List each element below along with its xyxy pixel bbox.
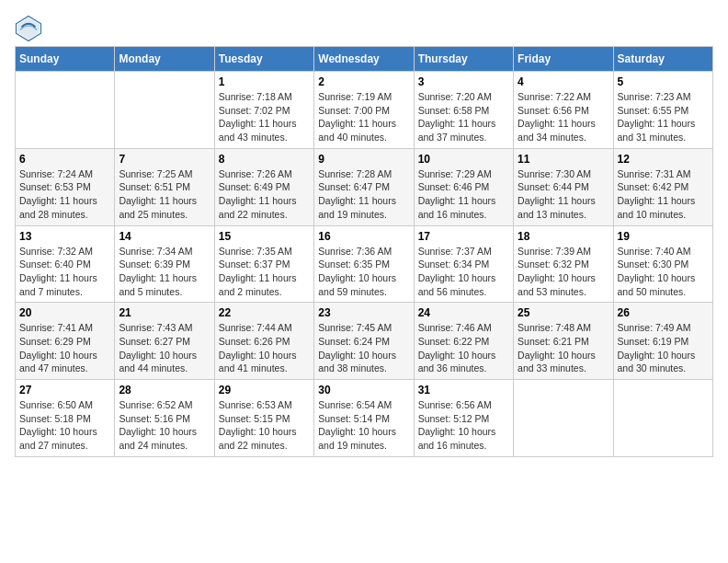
calendar-header-row: SundayMondayTuesdayWednesdayThursdayFrid…: [16, 47, 713, 72]
calendar-cell: 24Sunrise: 7:46 AM Sunset: 6:22 PM Dayli…: [414, 303, 513, 380]
day-info: Sunrise: 6:54 AM Sunset: 5:14 PM Dayligh…: [318, 398, 409, 453]
calendar-cell: [16, 72, 115, 149]
day-info: Sunrise: 7:19 AM Sunset: 7:00 PM Dayligh…: [318, 90, 409, 144]
calendar-cell: 11Sunrise: 7:30 AM Sunset: 6:44 PM Dayli…: [514, 148, 613, 225]
calendar-cell: 10Sunrise: 7:29 AM Sunset: 6:46 PM Dayli…: [414, 148, 513, 225]
calendar-cell: 31Sunrise: 6:56 AM Sunset: 5:12 PM Dayli…: [414, 380, 513, 457]
day-number: 28: [119, 384, 210, 396]
calendar-cell: 6Sunrise: 7:24 AM Sunset: 6:53 PM Daylig…: [16, 148, 115, 225]
day-info: Sunrise: 7:48 AM Sunset: 6:21 PM Dayligh…: [518, 321, 609, 375]
day-info: Sunrise: 7:49 AM Sunset: 6:19 PM Dayligh…: [618, 321, 709, 375]
calendar-cell: 4Sunrise: 7:22 AM Sunset: 6:56 PM Daylig…: [514, 72, 613, 149]
day-number: 12: [618, 153, 709, 166]
day-number: 29: [219, 384, 310, 396]
day-info: Sunrise: 7:44 AM Sunset: 6:26 PM Dayligh…: [219, 321, 310, 375]
calendar-table: SundayMondayTuesdayWednesdayThursdayFrid…: [15, 46, 713, 457]
day-number: 5: [618, 75, 709, 88]
calendar-cell: 2Sunrise: 7:19 AM Sunset: 7:00 PM Daylig…: [314, 72, 414, 149]
calendar-cell: 25Sunrise: 7:48 AM Sunset: 6:21 PM Dayli…: [514, 303, 613, 380]
day-number: 19: [618, 230, 709, 243]
day-info: Sunrise: 6:50 AM Sunset: 5:18 PM Dayligh…: [19, 398, 110, 453]
day-number: 22: [219, 306, 310, 319]
day-info: Sunrise: 7:18 AM Sunset: 7:02 PM Dayligh…: [219, 90, 310, 144]
calendar-cell: 12Sunrise: 7:31 AM Sunset: 6:42 PM Dayli…: [613, 148, 712, 225]
day-info: Sunrise: 7:37 AM Sunset: 6:34 PM Dayligh…: [418, 245, 509, 299]
day-info: Sunrise: 7:35 AM Sunset: 6:37 PM Dayligh…: [219, 245, 310, 299]
calendar-week-row: 20Sunrise: 7:41 AM Sunset: 6:29 PM Dayli…: [16, 303, 713, 380]
day-info: Sunrise: 7:24 AM Sunset: 6:53 PM Dayligh…: [19, 167, 110, 222]
calendar-cell: 19Sunrise: 7:40 AM Sunset: 6:30 PM Dayli…: [613, 225, 712, 303]
day-info: Sunrise: 7:30 AM Sunset: 6:44 PM Dayligh…: [518, 167, 609, 222]
day-number: 11: [518, 153, 609, 166]
day-info: Sunrise: 6:53 AM Sunset: 5:15 PM Dayligh…: [219, 398, 310, 453]
calendar-header-tuesday: Tuesday: [214, 47, 313, 72]
calendar-cell: 16Sunrise: 7:36 AM Sunset: 6:35 PM Dayli…: [314, 225, 414, 303]
day-number: 3: [418, 75, 509, 88]
day-number: 1: [219, 75, 310, 88]
day-info: Sunrise: 6:56 AM Sunset: 5:12 PM Dayligh…: [418, 398, 509, 453]
day-number: 24: [418, 306, 509, 319]
day-number: 30: [318, 384, 409, 396]
calendar-cell: 21Sunrise: 7:43 AM Sunset: 6:27 PM Dayli…: [115, 303, 214, 380]
day-info: Sunrise: 7:28 AM Sunset: 6:47 PM Dayligh…: [318, 167, 409, 222]
logo-icon: [15, 15, 42, 42]
calendar-cell: 5Sunrise: 7:23 AM Sunset: 6:55 PM Daylig…: [613, 72, 712, 149]
day-number: 18: [518, 230, 609, 243]
day-number: 20: [19, 306, 110, 319]
calendar-header-sunday: Sunday: [16, 47, 115, 72]
day-info: Sunrise: 7:31 AM Sunset: 6:42 PM Dayligh…: [618, 167, 709, 222]
day-number: 23: [318, 306, 409, 319]
day-info: Sunrise: 7:22 AM Sunset: 6:56 PM Dayligh…: [518, 90, 609, 144]
day-number: 4: [518, 75, 609, 88]
calendar-cell: 3Sunrise: 7:20 AM Sunset: 6:58 PM Daylig…: [414, 72, 513, 149]
calendar-cell: 14Sunrise: 7:34 AM Sunset: 6:39 PM Dayli…: [115, 225, 214, 303]
day-number: 6: [19, 153, 110, 166]
calendar-cell: 9Sunrise: 7:28 AM Sunset: 6:47 PM Daylig…: [314, 148, 414, 225]
day-number: 15: [219, 230, 310, 243]
day-number: 16: [318, 230, 409, 243]
page-header: [15, 15, 713, 42]
day-info: Sunrise: 7:43 AM Sunset: 6:27 PM Dayligh…: [119, 321, 210, 375]
calendar-cell: 8Sunrise: 7:26 AM Sunset: 6:49 PM Daylig…: [214, 148, 313, 225]
calendar-week-row: 1Sunrise: 7:18 AM Sunset: 7:02 PM Daylig…: [16, 72, 713, 149]
calendar-cell: 27Sunrise: 6:50 AM Sunset: 5:18 PM Dayli…: [16, 380, 115, 457]
calendar-header-friday: Friday: [514, 47, 613, 72]
day-number: 8: [219, 153, 310, 166]
calendar-header-wednesday: Wednesday: [314, 47, 414, 72]
day-number: 7: [119, 153, 210, 166]
calendar-header-thursday: Thursday: [414, 47, 513, 72]
calendar-header-monday: Monday: [115, 47, 214, 72]
logo: [15, 15, 46, 42]
day-number: 2: [318, 75, 409, 88]
day-number: 13: [19, 230, 110, 243]
day-info: Sunrise: 7:23 AM Sunset: 6:55 PM Dayligh…: [618, 90, 709, 144]
day-number: 25: [518, 306, 609, 319]
calendar-cell: 23Sunrise: 7:45 AM Sunset: 6:24 PM Dayli…: [314, 303, 414, 380]
day-info: Sunrise: 7:25 AM Sunset: 6:51 PM Dayligh…: [119, 167, 210, 222]
day-number: 21: [119, 306, 210, 319]
calendar-cell: [115, 72, 214, 149]
day-info: Sunrise: 6:52 AM Sunset: 5:16 PM Dayligh…: [119, 398, 210, 453]
calendar-cell: 18Sunrise: 7:39 AM Sunset: 6:32 PM Dayli…: [514, 225, 613, 303]
day-number: 26: [618, 306, 709, 319]
calendar-header-saturday: Saturday: [613, 47, 712, 72]
day-number: 9: [318, 153, 409, 166]
day-info: Sunrise: 7:45 AM Sunset: 6:24 PM Dayligh…: [318, 321, 409, 375]
day-number: 31: [418, 384, 509, 396]
calendar-cell: 28Sunrise: 6:52 AM Sunset: 5:16 PM Dayli…: [115, 380, 214, 457]
day-info: Sunrise: 7:40 AM Sunset: 6:30 PM Dayligh…: [618, 245, 709, 299]
day-info: Sunrise: 7:26 AM Sunset: 6:49 PM Dayligh…: [219, 167, 310, 222]
day-number: 17: [418, 230, 509, 243]
day-info: Sunrise: 7:46 AM Sunset: 6:22 PM Dayligh…: [418, 321, 509, 375]
day-info: Sunrise: 7:36 AM Sunset: 6:35 PM Dayligh…: [318, 245, 409, 299]
day-info: Sunrise: 7:34 AM Sunset: 6:39 PM Dayligh…: [119, 245, 210, 299]
calendar-cell: 30Sunrise: 6:54 AM Sunset: 5:14 PM Dayli…: [314, 380, 414, 457]
calendar-week-row: 6Sunrise: 7:24 AM Sunset: 6:53 PM Daylig…: [16, 148, 713, 225]
calendar-cell: 29Sunrise: 6:53 AM Sunset: 5:15 PM Dayli…: [214, 380, 313, 457]
day-info: Sunrise: 7:32 AM Sunset: 6:40 PM Dayligh…: [19, 245, 110, 299]
day-number: 10: [418, 153, 509, 166]
day-number: 14: [119, 230, 210, 243]
calendar-cell: 26Sunrise: 7:49 AM Sunset: 6:19 PM Dayli…: [613, 303, 712, 380]
calendar-cell: 17Sunrise: 7:37 AM Sunset: 6:34 PM Dayli…: [414, 225, 513, 303]
calendar-week-row: 13Sunrise: 7:32 AM Sunset: 6:40 PM Dayli…: [16, 225, 713, 303]
